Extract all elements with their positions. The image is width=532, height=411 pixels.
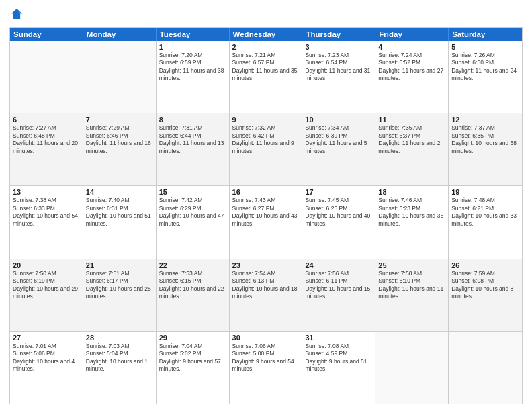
calendar-cell-26: 26Sunrise: 7:59 AMSunset: 6:08 PMDayligh… [449,259,522,331]
logo-icon [9,7,24,21]
calendar-header-tuesday: Tuesday [157,28,230,41]
calendar-cell-21: 21Sunrise: 7:51 AMSunset: 6:17 PMDayligh… [83,259,157,331]
calendar-header-monday: Monday [83,28,157,41]
calendar-cell-19: 19Sunrise: 7:48 AMSunset: 6:21 PMDayligh… [449,186,522,258]
day-number: 16 [232,188,300,196]
day-number: 19 [451,188,519,196]
calendar-cell-5: 5Sunrise: 7:26 AMSunset: 6:50 PMDaylight… [449,41,522,113]
day-number: 29 [159,334,226,342]
calendar-week-2: 13Sunrise: 7:38 AMSunset: 6:33 PMDayligh… [10,186,522,259]
calendar-header-saturday: Saturday [449,28,522,41]
day-number: 13 [13,188,80,196]
day-number: 11 [378,116,445,124]
day-number: 8 [159,116,226,124]
day-number: 24 [305,261,372,269]
day-number: 15 [159,188,226,196]
day-number: 6 [13,116,80,124]
calendar-cell-23: 23Sunrise: 7:54 AMSunset: 6:13 PMDayligh… [230,259,303,331]
day-info: Sunrise: 7:45 AMSunset: 6:25 PMDaylight:… [305,197,372,228]
calendar-cell-17: 17Sunrise: 7:45 AMSunset: 6:25 PMDayligh… [302,186,375,258]
calendar-cell-12: 12Sunrise: 7:37 AMSunset: 6:35 PMDayligh… [449,113,522,185]
calendar-week-4: 27Sunrise: 7:01 AMSunset: 5:06 PMDayligh… [10,332,522,404]
calendar-cell-empty-1 [83,41,157,113]
day-number: 4 [378,43,445,51]
calendar-week-3: 20Sunrise: 7:50 AMSunset: 6:19 PMDayligh… [10,259,522,332]
day-info: Sunrise: 7:32 AMSunset: 6:42 PMDaylight:… [232,124,300,155]
day-number: 25 [378,261,445,269]
day-info: Sunrise: 7:23 AMSunset: 6:54 PMDaylight:… [305,52,372,83]
day-number: 9 [232,116,300,124]
calendar-cell-9: 9Sunrise: 7:32 AMSunset: 6:42 PMDaylight… [230,113,303,185]
day-info: Sunrise: 7:27 AMSunset: 6:48 PMDaylight:… [13,124,80,155]
calendar-cell-30: 30Sunrise: 7:06 AMSunset: 5:00 PMDayligh… [230,332,303,404]
day-info: Sunrise: 7:06 AMSunset: 5:00 PMDaylight:… [232,342,300,373]
day-number: 10 [305,116,372,124]
calendar-cell-7: 7Sunrise: 7:29 AMSunset: 6:46 PMDaylight… [83,113,157,185]
calendar-cell-20: 20Sunrise: 7:50 AMSunset: 6:19 PMDayligh… [10,259,83,331]
calendar-header-sunday: Sunday [10,28,83,41]
day-info: Sunrise: 7:53 AMSunset: 6:15 PMDaylight:… [159,270,226,301]
day-info: Sunrise: 7:29 AMSunset: 6:46 PMDaylight:… [86,124,153,155]
day-number: 2 [232,43,300,51]
day-info: Sunrise: 7:34 AMSunset: 6:39 PMDaylight:… [305,124,372,155]
day-info: Sunrise: 7:01 AMSunset: 5:06 PMDaylight:… [13,342,80,373]
calendar-header-thursday: Thursday [302,28,375,41]
day-info: Sunrise: 7:37 AMSunset: 6:35 PMDaylight:… [451,124,519,155]
calendar-cell-31: 31Sunrise: 7:08 AMSunset: 4:59 PMDayligh… [302,332,375,404]
calendar-cell-28: 28Sunrise: 7:03 AMSunset: 5:04 PMDayligh… [83,332,157,404]
day-number: 3 [305,43,372,51]
day-number: 31 [305,334,372,342]
calendar-cell-16: 16Sunrise: 7:43 AMSunset: 6:27 PMDayligh… [230,186,303,258]
day-number: 5 [451,43,519,51]
day-info: Sunrise: 7:21 AMSunset: 6:57 PMDaylight:… [232,52,300,83]
day-info: Sunrise: 7:54 AMSunset: 6:13 PMDaylight:… [232,270,300,301]
calendar-week-1: 6Sunrise: 7:27 AMSunset: 6:48 PMDaylight… [10,113,522,186]
calendar-cell-1: 1Sunrise: 7:20 AMSunset: 6:59 PMDaylight… [157,41,230,113]
day-info: Sunrise: 7:20 AMSunset: 6:59 PMDaylight:… [159,52,226,83]
day-number: 28 [86,334,153,342]
calendar-cell-11: 11Sunrise: 7:35 AMSunset: 6:37 PMDayligh… [375,113,449,185]
calendar-cell-8: 8Sunrise: 7:31 AMSunset: 6:44 PMDaylight… [157,113,230,185]
day-number: 12 [451,116,519,124]
day-number: 14 [86,188,153,196]
day-info: Sunrise: 7:43 AMSunset: 6:27 PMDaylight:… [232,197,300,228]
calendar-cell-18: 18Sunrise: 7:46 AMSunset: 6:23 PMDayligh… [375,186,449,258]
calendar-cell-13: 13Sunrise: 7:38 AMSunset: 6:33 PMDayligh… [10,186,83,258]
day-info: Sunrise: 7:50 AMSunset: 6:19 PMDaylight:… [13,270,80,301]
calendar-cell-25: 25Sunrise: 7:58 AMSunset: 6:10 PMDayligh… [375,259,449,331]
calendar-cell-6: 6Sunrise: 7:27 AMSunset: 6:48 PMDaylight… [10,113,83,185]
day-number: 20 [13,261,80,269]
calendar-cell-2: 2Sunrise: 7:21 AMSunset: 6:57 PMDaylight… [230,41,303,113]
day-number: 27 [13,334,80,342]
day-number: 30 [232,334,300,342]
page: SundayMondayTuesdayWednesdayThursdayFrid… [0,0,532,411]
calendar-cell-22: 22Sunrise: 7:53 AMSunset: 6:15 PMDayligh… [157,259,230,331]
day-number: 22 [159,261,226,269]
day-number: 21 [86,261,153,269]
day-info: Sunrise: 7:56 AMSunset: 6:11 PMDaylight:… [305,270,372,301]
day-info: Sunrise: 7:58 AMSunset: 6:10 PMDaylight:… [378,270,445,301]
calendar-cell-empty-5 [375,332,449,404]
day-info: Sunrise: 7:42 AMSunset: 6:29 PMDaylight:… [159,197,226,228]
calendar-body: 1Sunrise: 7:20 AMSunset: 6:59 PMDaylight… [10,41,522,404]
day-info: Sunrise: 7:35 AMSunset: 6:37 PMDaylight:… [378,124,445,155]
calendar-cell-empty-0 [10,41,83,113]
day-info: Sunrise: 7:59 AMSunset: 6:08 PMDaylight:… [451,270,519,301]
calendar: SundayMondayTuesdayWednesdayThursdayFrid… [9,27,523,404]
calendar-header-wednesday: Wednesday [230,28,303,41]
day-number: 23 [232,261,300,269]
day-info: Sunrise: 7:40 AMSunset: 6:31 PMDaylight:… [86,197,153,228]
day-number: 1 [159,43,226,51]
calendar-header: SundayMondayTuesdayWednesdayThursdayFrid… [10,28,522,41]
calendar-cell-15: 15Sunrise: 7:42 AMSunset: 6:29 PMDayligh… [157,186,230,258]
day-info: Sunrise: 7:46 AMSunset: 6:23 PMDaylight:… [378,197,445,228]
day-info: Sunrise: 7:31 AMSunset: 6:44 PMDaylight:… [159,124,226,155]
calendar-cell-3: 3Sunrise: 7:23 AMSunset: 6:54 PMDaylight… [302,41,375,113]
svg-marker-0 [11,9,22,19]
calendar-cell-27: 27Sunrise: 7:01 AMSunset: 5:06 PMDayligh… [10,332,83,404]
logo [9,7,27,21]
calendar-cell-10: 10Sunrise: 7:34 AMSunset: 6:39 PMDayligh… [302,113,375,185]
day-info: Sunrise: 7:08 AMSunset: 4:59 PMDaylight:… [305,342,372,373]
day-number: 17 [305,188,372,196]
calendar-cell-4: 4Sunrise: 7:24 AMSunset: 6:52 PMDaylight… [375,41,449,113]
